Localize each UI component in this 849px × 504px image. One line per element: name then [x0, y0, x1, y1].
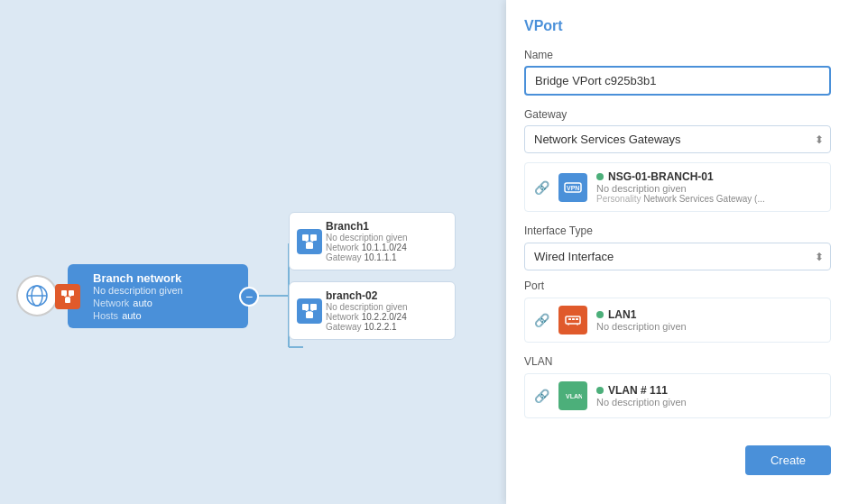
branch02-title: branch-02	[326, 289, 446, 302]
svg-rect-27	[572, 318, 575, 320]
port-item-info: LAN1 No description given	[596, 308, 821, 332]
vlan-item-card: 🔗 VLAN VLAN # 111 No description given	[524, 373, 831, 418]
gateway-item-name: NSG-01-BRANCH-01	[596, 170, 821, 183]
panel-title: VPort	[524, 18, 831, 34]
svg-line-16	[306, 241, 310, 243]
svg-line-17	[309, 241, 314, 243]
svg-rect-10	[65, 298, 70, 303]
gateway-item-personality: Personality Network Services Gateway (..…	[596, 194, 821, 204]
branch1-icon	[297, 229, 322, 254]
svg-text:VLAN: VLAN	[566, 393, 582, 399]
gateway-item-desc: No description given	[596, 183, 821, 194]
branch-network-network: Networkauto	[93, 298, 239, 308]
internet-node	[16, 275, 58, 316]
branch1-title: Branch1	[326, 220, 446, 233]
branch-network-title: Branch network	[93, 271, 239, 285]
interface-type-label: Interface Type	[524, 225, 831, 237]
gateway-item-card: 🔗 VPN NSG-01-BRANCH-01 No description gi…	[524, 162, 831, 212]
branch02-icon	[297, 298, 322, 324]
port-item-card: 🔗 LAN1 No description given	[524, 298, 831, 343]
name-input[interactable]	[524, 66, 831, 96]
port-item-desc: No description given	[596, 321, 821, 332]
gateway-item-info: NSG-01-BRANCH-01 No description given Pe…	[596, 170, 821, 204]
svg-text:VPN: VPN	[567, 185, 579, 191]
vlan-item-name: VLAN # 111	[596, 384, 821, 397]
svg-rect-28	[576, 318, 578, 320]
gateway-label: Gateway	[524, 108, 831, 121]
branch-network-hosts: Hostsauto	[93, 310, 239, 321]
child-nodes-container: Branch1 No description given Network10.1…	[289, 212, 456, 340]
branch02-network: Network10.2.2.0/24	[326, 312, 446, 322]
svg-rect-20	[306, 312, 313, 318]
svg-rect-9	[69, 290, 74, 296]
vlan-item-desc: No description given	[596, 397, 821, 408]
gateway-select-wrapper: Network Services Gateways ⬍	[524, 125, 831, 153]
branch1-network: Network10.1.1.0/24	[326, 243, 446, 252]
svg-rect-8	[61, 290, 67, 296]
branch-network-icon	[55, 284, 80, 309]
gateway-select[interactable]: Network Services Gateways	[524, 125, 831, 153]
name-label: Name	[524, 49, 831, 61]
svg-rect-18	[302, 304, 309, 310]
diagram-area: Branch network No description given Netw…	[0, 0, 514, 504]
expand-button[interactable]: −	[239, 287, 259, 307]
gateway-link-icon: 🔗	[534, 180, 549, 195]
vlan-link-icon: 🔗	[534, 389, 549, 403]
branch-network-node[interactable]: Branch network No description given Netw…	[68, 264, 248, 328]
branch02-node[interactable]: branch-02 No description given Network10…	[289, 281, 456, 340]
branch-network-desc: No description given	[93, 285, 239, 296]
branch02-desc: No description given	[326, 302, 446, 312]
svg-rect-19	[310, 304, 317, 310]
interface-type-select-wrapper: Wired Interface ⬍	[524, 243, 831, 270]
port-item-name: LAN1	[596, 308, 821, 321]
port-link-icon: 🔗	[534, 313, 549, 327]
branch1-gateway: Gateway10.1.1.1	[326, 252, 446, 262]
svg-rect-15	[306, 243, 313, 249]
svg-rect-14	[310, 234, 317, 241]
vlan-item-icon: VLAN	[558, 381, 587, 410]
svg-line-21	[306, 310, 310, 312]
svg-line-11	[64, 296, 68, 298]
vport-panel: VPort Name Gateway Network Services Gate…	[506, 0, 849, 504]
port-item-icon	[558, 306, 587, 334]
vlan-item-info: VLAN # 111 No description given	[596, 384, 821, 408]
gateway-item-icon: VPN	[558, 173, 587, 202]
interface-type-select[interactable]: Wired Interface	[524, 243, 831, 270]
svg-line-22	[309, 310, 314, 312]
svg-rect-13	[302, 234, 309, 241]
branch02-gateway: Gateway10.2.2.1	[326, 322, 446, 332]
svg-line-12	[68, 296, 71, 298]
vlan-label: VLAN	[524, 355, 831, 368]
branch1-node[interactable]: Branch1 No description given Network10.1…	[289, 212, 456, 270]
port-label: Port	[524, 279, 831, 292]
create-button[interactable]: Create	[745, 445, 831, 475]
svg-rect-26	[568, 318, 571, 320]
branch1-desc: No description given	[326, 233, 446, 243]
